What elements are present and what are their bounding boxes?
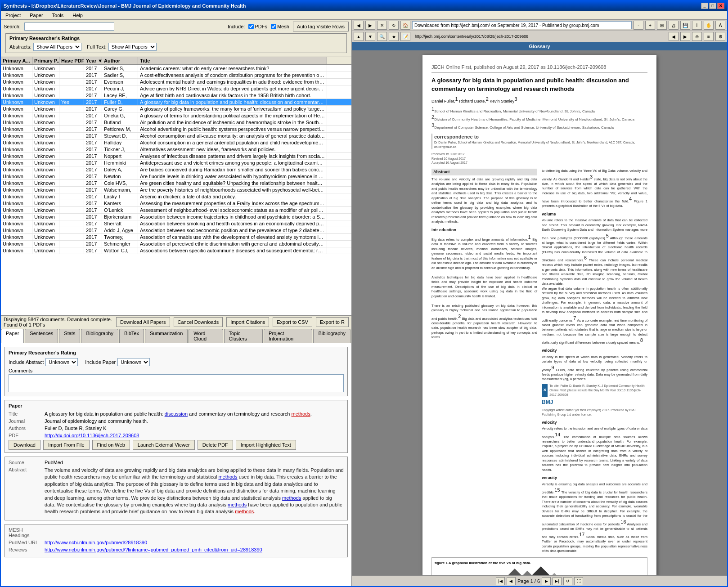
table-row[interactable]: Unknown Unknown 2017 Petticrew M, Alcoho… [1,126,351,133]
col-header-title[interactable]: Title [138,57,327,64]
tab-topic-clusters[interactable]: Topic Clusters [224,329,263,343]
pdf-tool-2[interactable]: ≡ [704,32,714,41]
tab-project-info[interactable]: Project Information [264,329,312,343]
import-from-file-button[interactable]: Import From File [43,440,90,450]
import-citations-button[interactable]: Import Citations [226,317,269,327]
abstracts-dropdown[interactable]: Show All Papers [33,43,81,51]
abstract-methods-link-2[interactable]: methods [282,495,301,501]
table-row[interactable]: Unknown Unknown 2017 Bjorkenstam Associa… [1,214,351,220]
include-abstract-dropdown[interactable]: Unknown [45,358,78,366]
col-header-primary-p[interactable]: Primary P... [32,57,59,64]
table-row[interactable]: Unknown Unknown 2017 Sadler S, Academic … [1,65,351,72]
launch-external-viewer-button[interactable]: Launch External Viewer [133,440,195,450]
abstract-methods-link-3[interactable]: methods [228,502,247,507]
table-row-selected[interactable]: Unknown Unknown Yes 2017 Fuller D, A glo… [1,99,351,106]
table-row[interactable]: Unknown Unknown 2017 O'Lenick Assessment… [1,207,351,214]
menu-project[interactable]: Project [3,12,23,19]
tab-paper[interactable]: Paper [1,329,24,343]
pdf-last-page-btn[interactable]: ▶| [553,577,562,585]
tab-wordcloud[interactable]: Word Cloud [189,329,223,343]
reviews-link[interactable]: http://www.ncbi.nlm.nih.gov/pubmed/?link… [45,547,262,552]
pdf-arrow-btn-1[interactable]: ◀ [669,32,679,41]
table-row[interactable]: Unknown Unknown 2017 Addo J, Agye Associ… [1,227,351,234]
table-row[interactable]: Unknown Unknown 2017 Butland Air polluti… [1,119,351,126]
close-button[interactable]: ✕ [717,3,724,9]
table-row[interactable]: Unknown Unknown 2017 Carey G, A glossary… [1,106,351,112]
pdf-next-page-btn[interactable]: ▶ [542,577,551,585]
tab-bibliography[interactable]: Bibliography [81,329,118,343]
mesh-checkbox[interactable] [271,24,276,29]
table-row[interactable]: Unknown Unknown 2017 Newton Are fluoride… [1,173,351,180]
pdf-bookmark-btn[interactable]: ★ [389,32,399,41]
menu-help[interactable]: Help [70,12,85,19]
table-row[interactable]: Unknown Unknown 2017 Twomey, Association… [1,234,351,241]
abstract-methods-link-1[interactable]: methods [218,474,237,479]
pdf-arrow-btn-2[interactable]: ▶ [680,32,690,41]
title-discussion-link[interactable]: discussion [165,411,188,417]
table-row[interactable]: Unknown Unknown 2017 Hemminki Antidepres… [1,160,351,166]
table-row[interactable]: Unknown Unknown 2017 Peconi J, Advice gi… [1,85,351,92]
pdf-refresh-btn[interactable]: ↻ [389,21,399,30]
menu-paper[interactable]: Paper [27,12,45,19]
pdf-fullscreen-btn[interactable]: ⛶ [574,577,583,585]
pdf-search-btn[interactable]: 🔍 [377,32,387,41]
maximize-button[interactable]: □ [709,3,716,9]
pdf-forward-btn[interactable]: ▶ [365,21,375,30]
minimize-button[interactable]: _ [701,3,708,9]
pdf-note-btn[interactable]: 📝 [400,32,410,41]
table-row[interactable]: Unknown Unknown 2017 Evensen Adolescent … [1,79,351,85]
cancel-downloads-button[interactable]: Cancel Downloads [174,317,223,327]
download-all-button[interactable]: Download All Papers [116,317,170,327]
export-r-button[interactable]: Export to R [316,317,349,327]
import-highlighted-text-button[interactable]: Import Highlighted Text [236,440,296,450]
table-row[interactable]: Unknown Unknown 2017 Lasky T Arsenic in … [1,193,351,200]
pdf-prev-page-btn[interactable]: ◀ [507,577,516,585]
pdf-first-page-btn[interactable]: |◀ [496,577,505,585]
col-header-author[interactable]: Author [102,57,138,64]
abstract-methods-link-4[interactable]: methods [235,509,254,514]
table-row[interactable]: Unknown Unknown 2017 Oneka G, A glossary… [1,112,351,119]
table-row[interactable]: Unknown Unknown 2017 Halliday Alcohol co… [1,139,351,146]
pdf-page-up-btn[interactable]: ▲ [354,32,364,41]
pdf-stop-btn[interactable]: ✕ [377,21,387,30]
pdf-tool-1[interactable]: ⊕ [692,32,702,41]
pdf-rotate-btn[interactable]: ↺ [563,577,572,585]
table-row[interactable]: Unknown Unknown 2017 Wotton CJ, Associat… [1,247,351,254]
pdf-home-btn[interactable]: 🏠 [400,21,410,30]
pdf-tool-3[interactable]: ⚙ [715,32,725,41]
tab-stats[interactable]: Stats [59,329,80,343]
tab-summarization[interactable]: Summarization [145,329,188,343]
comments-textarea[interactable] [9,374,344,392]
tab-bibtex[interactable]: BibTex [119,329,144,343]
pdf-url-bar[interactable] [412,21,632,29]
delete-pdf-button[interactable]: Delete PDF [198,440,233,450]
pdf-zoom-out-btn[interactable]: - [634,21,643,30]
table-row[interactable]: Unknown Unknown 2017 Sherratt Associatio… [1,220,351,227]
pubmed-link[interactable]: http://www.ncbi.nlm.nih.gov/pubmed/28918… [45,540,147,545]
pdf-annotate-btn[interactable]: A [715,21,725,30]
fulltext-dropdown[interactable]: Show All Papers [108,43,157,51]
pdfs-checkbox-label[interactable]: PDFs [248,24,267,29]
pdf-select-btn[interactable]: I [692,21,702,30]
table-row[interactable]: Unknown Unknown 2017 Walsemann, Are the … [1,187,351,193]
pdf-hand-btn[interactable]: ✋ [704,21,714,30]
pdf-zoom-in-btn[interactable]: + [645,21,655,30]
table-row[interactable]: Unknown Unknown 2017 Cole HVS, Are green… [1,180,351,187]
table-row[interactable]: Unknown Unknown 2017 Schmengler Associat… [1,241,351,247]
pdf-link[interactable]: http://dx.doi.org/10.1136/jech-2017-2096… [45,433,139,438]
col-header-year[interactable]: Year ▼ [84,57,102,64]
menu-tools[interactable]: Tools [49,12,67,19]
auto-tag-button[interactable]: AutoTag Visible Rows [293,22,349,31]
table-row[interactable]: Unknown Unknown 2017 Noppert Analyses of… [1,153,351,160]
table-row[interactable]: Unknown Unknown 2017 Tickner J, Alternat… [1,146,351,153]
tab-bibliography2[interactable]: Bibliography [313,329,351,343]
pdf-fit-btn[interactable]: ⊞ [657,21,667,30]
table-row[interactable]: Unknown Unknown 2017 Daley A, Are babies… [1,166,351,173]
pdf-print-btn[interactable]: 🖨 [669,21,679,30]
include-paper-dropdown[interactable]: Unknown [117,358,150,366]
pdf-back-btn[interactable]: ◀ [354,21,364,30]
tab-sentences[interactable]: Sentences [25,329,58,343]
col-header-have-pdf[interactable]: Have PDF [59,57,84,64]
download-button[interactable]: Download [9,440,40,450]
table-row[interactable]: Unknown Unknown 2017 Stewart D, Alcohol … [1,133,351,139]
